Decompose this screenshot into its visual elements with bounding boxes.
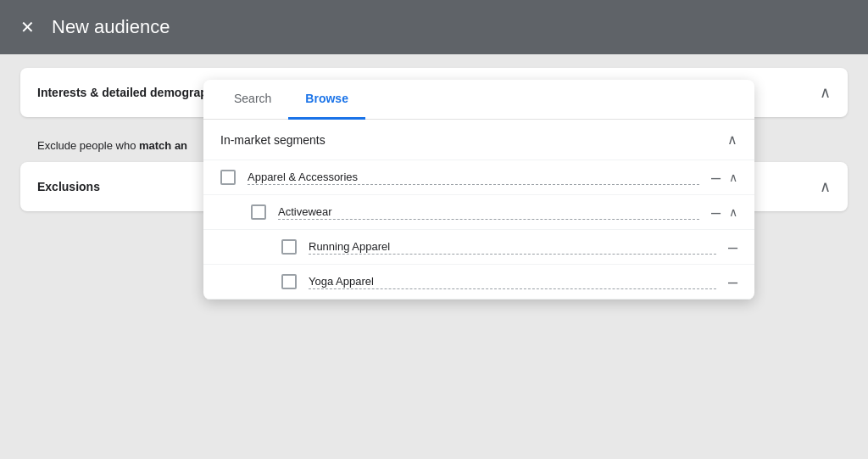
segment-actions-running: –	[728, 238, 737, 255]
segment-group-chevron-icon[interactable]: ∧	[727, 132, 737, 148]
segment-actions-apparel: – ∧	[711, 169, 737, 186]
minus-icon[interactable]: –	[711, 204, 721, 221]
tab-browse[interactable]: Browse	[288, 80, 365, 120]
list-item: Running Apparel –	[203, 230, 754, 265]
chevron-up-icon[interactable]: ∧	[729, 205, 737, 219]
segment-name-activewear: Activewear	[278, 205, 699, 220]
interests-chevron-icon[interactable]: ∧	[820, 83, 831, 102]
close-icon[interactable]: ✕	[20, 19, 35, 36]
segment-name-running-apparel: Running Apparel	[309, 240, 716, 255]
dialog-title: New audience	[52, 16, 170, 38]
segment-actions-activewear: – ∧	[711, 204, 737, 221]
segment-name-apparel: Apparel & Accessories	[248, 171, 699, 185]
segment-name-yoga-apparel: Yoga Apparel	[309, 275, 716, 289]
exclusions-chevron-icon[interactable]: ∧	[820, 177, 831, 196]
checkbox-activewear[interactable]	[251, 204, 266, 220]
segment-actions-yoga: –	[728, 273, 737, 290]
minus-icon[interactable]: –	[728, 273, 737, 290]
exclusions-label: Exclusions	[37, 180, 100, 193]
minus-icon[interactable]: –	[728, 238, 737, 255]
main-content: Interests & detailed demographics People…	[0, 54, 868, 459]
checkbox-apparel-accessories[interactable]	[220, 170, 236, 185]
segment-group-title: In-market segments	[220, 133, 326, 147]
browse-dropdown-panel: Search Browse In-market segments ∧ Appar…	[203, 80, 754, 299]
list-item: Yoga Apparel –	[203, 265, 754, 299]
list-item: Apparel & Accessories – ∧	[203, 160, 754, 195]
checkbox-running-apparel[interactable]	[281, 239, 297, 255]
dialog-header: ✕ New audience	[0, 0, 868, 54]
chevron-up-icon[interactable]: ∧	[729, 171, 737, 184]
tab-search[interactable]: Search	[217, 80, 288, 120]
segment-group-inmarket[interactable]: In-market segments ∧	[203, 120, 754, 160]
segments-list: In-market segments ∧ Apparel & Accessori…	[203, 120, 754, 299]
checkbox-yoga-apparel[interactable]	[281, 274, 297, 289]
minus-icon[interactable]: –	[711, 169, 721, 186]
tab-bar: Search Browse	[203, 80, 754, 120]
interests-label: Interests & detailed demographics	[37, 86, 231, 99]
list-item: Activewear – ∧	[203, 195, 754, 230]
